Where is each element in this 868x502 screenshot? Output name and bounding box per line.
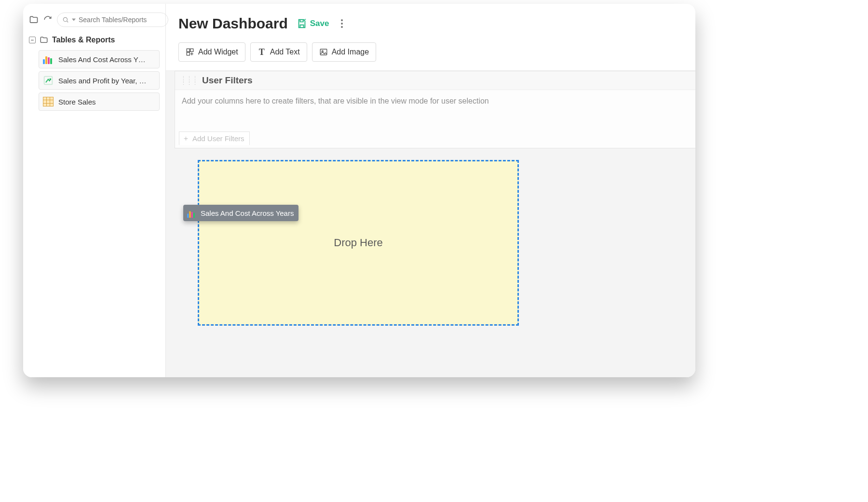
sidebar-item-label: Store Sales — [58, 98, 154, 106]
drag-handle-icon[interactable]: ⋮⋮⋮⋮⋮⋮ — [181, 76, 198, 85]
sidebar: − Tables & Reports Sales And Cost Across… — [23, 4, 166, 377]
table-icon — [43, 96, 54, 107]
page-title: New Dashboard — [178, 15, 288, 32]
save-button[interactable]: Save — [297, 18, 329, 29]
add-widget-button[interactable]: Add Widget — [178, 42, 245, 62]
add-user-filters-button[interactable]: ＋ Add User Filters — [179, 132, 250, 145]
sidebar-toolbar — [29, 13, 160, 27]
bar-chart-icon — [187, 208, 198, 218]
svg-rect-3 — [190, 49, 193, 52]
add-widget-label: Add Widget — [198, 48, 238, 56]
plus-icon: ＋ — [182, 134, 190, 143]
collapse-icon[interactable]: − — [29, 37, 36, 43]
search-icon — [62, 16, 69, 23]
sidebar-item-report[interactable]: Sales and Profit by Year, … — [39, 71, 160, 90]
text-icon: T — [258, 48, 266, 56]
sidebar-item-report[interactable]: Sales And Cost Across Y… — [39, 50, 160, 68]
folder-icon[interactable] — [29, 15, 39, 25]
user-filters-body[interactable]: Add your columns here to create filters,… — [175, 90, 695, 148]
tree-root-label: Tables & Reports — [52, 36, 115, 44]
app-window: − Tables & Reports Sales And Cost Across… — [23, 4, 695, 377]
add-text-button[interactable]: T Add Text — [250, 42, 307, 62]
user-filters-title: User Filters — [202, 75, 253, 86]
save-icon — [297, 18, 307, 29]
tree-root[interactable]: − Tables & Reports — [29, 36, 160, 44]
add-image-button[interactable]: Add Image — [312, 42, 376, 62]
svg-rect-2 — [187, 49, 190, 52]
dashboard-canvas[interactable]: ⋮⋮⋮⋮⋮⋮ User Filters Add your columns her… — [166, 70, 695, 377]
svg-rect-1 — [44, 77, 53, 85]
header: New Dashboard Save — [166, 4, 695, 37]
user-filters-panel: ⋮⋮⋮⋮⋮⋮ User Filters Add your columns her… — [175, 71, 695, 148]
refresh-icon[interactable] — [43, 15, 52, 25]
user-filters-hint: Add your columns here to create filters,… — [182, 97, 489, 105]
search-input-wrap[interactable] — [57, 13, 168, 27]
image-icon — [319, 48, 328, 56]
sidebar-item-label: Sales And Cost Across Y… — [58, 55, 154, 64]
drag-ghost[interactable]: Sales And Cost Across Years — [183, 205, 298, 221]
add-user-filters-label: Add User Filters — [192, 134, 244, 143]
drag-ghost-label: Sales And Cost Across Years — [201, 209, 294, 217]
more-options-button[interactable] — [338, 19, 346, 28]
dropzone[interactable]: Drop Here — [198, 160, 519, 326]
svg-point-0 — [63, 17, 67, 21]
svg-rect-4 — [187, 53, 190, 55]
add-text-label: Add Text — [270, 48, 300, 56]
sidebar-item-table[interactable]: Store Sales — [39, 92, 160, 111]
chevron-down-icon — [72, 18, 76, 21]
user-filters-header[interactable]: ⋮⋮⋮⋮⋮⋮ User Filters — [175, 71, 695, 90]
tree-list: Sales And Cost Across Y… Sales and Profi… — [29, 50, 160, 111]
trend-arrow-icon — [43, 75, 54, 86]
search-input[interactable] — [79, 16, 163, 24]
toolbar: Add Widget T Add Text Add Image — [166, 37, 695, 70]
save-label: Save — [310, 19, 329, 28]
widget-icon — [186, 48, 194, 56]
sidebar-item-label: Sales and Profit by Year, … — [58, 77, 154, 85]
bar-chart-icon — [43, 54, 54, 65]
add-image-label: Add Image — [332, 48, 369, 56]
main: New Dashboard Save — [166, 4, 695, 377]
dropzone-label: Drop Here — [334, 237, 382, 249]
folder-icon — [40, 36, 48, 44]
svg-rect-5 — [320, 49, 327, 55]
